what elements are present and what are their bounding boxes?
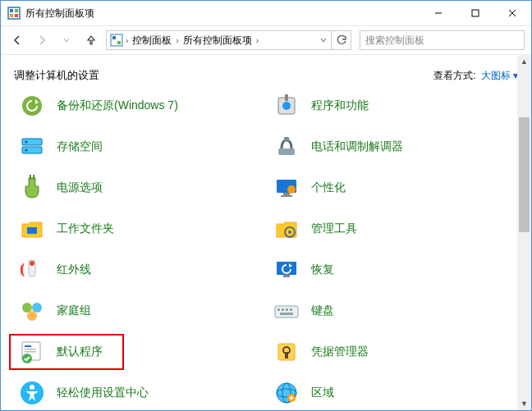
svg-point-14 <box>282 102 291 110</box>
back-button[interactable] <box>7 30 27 50</box>
view-by-dropdown[interactable]: 大图标 ▾ <box>481 69 518 83</box>
svg-rect-6 <box>472 10 479 16</box>
breadcrumb[interactable]: › 控制面板 › 所有控制面板项 › <box>106 30 332 50</box>
svg-rect-43 <box>280 313 293 315</box>
control-panel-item-label: 恢复 <box>311 263 334 277</box>
control-panel-item-label: 默认程序 <box>57 345 103 359</box>
control-panel-item[interactable]: 程序和功能 <box>268 91 523 121</box>
svg-rect-38 <box>275 306 298 317</box>
svg-rect-15 <box>285 94 288 101</box>
control-panel-item-label: 管理工具 <box>311 221 357 236</box>
scroll-track[interactable] <box>517 68 531 396</box>
homegroup-icon <box>17 296 47 326</box>
svg-rect-20 <box>278 148 295 155</box>
view-by: 查看方式: 大图标 ▾ <box>433 69 518 83</box>
control-panel-item[interactable]: 红外线 <box>14 255 268 285</box>
programs-features-icon <box>272 91 301 121</box>
svg-point-36 <box>32 303 42 313</box>
svg-rect-45 <box>25 345 31 347</box>
backup-restore-icon <box>17 91 47 121</box>
svg-point-12 <box>22 96 42 116</box>
svg-rect-22 <box>30 175 31 180</box>
control-panel-item[interactable]: 键盘 <box>268 296 523 326</box>
recent-locations-button[interactable] <box>57 30 76 50</box>
svg-rect-39 <box>277 308 280 311</box>
items-grid: 备份和还原(Windows 7)程序和功能存储空间电话和调制解调器电源选项个性化… <box>14 91 523 408</box>
svg-point-18 <box>25 141 28 144</box>
items-area: 备份和还原(Windows 7)程序和功能存储空间电话和调制解调器电源选项个性化… <box>1 91 531 411</box>
svg-point-30 <box>288 231 291 234</box>
control-panel-icon <box>7 7 21 20</box>
svg-rect-40 <box>282 308 284 311</box>
keyboard-icon <box>272 296 301 326</box>
control-panel-item[interactable]: 个性化 <box>268 173 523 203</box>
control-panel-item-label: 家庭组 <box>57 304 91 318</box>
svg-rect-10 <box>112 36 116 39</box>
control-panel-item[interactable]: 管理工具 <box>268 214 523 244</box>
minimize-button[interactable] <box>420 1 456 25</box>
window-title: 所有控制面板项 <box>25 7 94 21</box>
svg-rect-47 <box>25 351 36 353</box>
control-panel-item-label: 轻松使用设置中心 <box>57 386 149 400</box>
svg-rect-23 <box>33 175 34 180</box>
svg-point-37 <box>27 311 37 321</box>
control-panel-item-label: 电话和调制解调器 <box>311 139 403 154</box>
control-panel-item-label: 备份和还原(Windows 7) <box>57 98 178 113</box>
power-options-icon <box>17 173 47 203</box>
control-panel-item[interactable]: 家庭组 <box>14 296 268 326</box>
up-button[interactable] <box>81 30 101 50</box>
chevron-down-icon[interactable] <box>319 36 328 44</box>
close-button[interactable] <box>493 1 531 25</box>
svg-rect-11 <box>117 41 121 44</box>
control-panel-item-label: 工作文件夹 <box>57 221 114 236</box>
default-programs-icon <box>17 337 47 367</box>
control-panel-item[interactable]: 恢复 <box>268 255 523 285</box>
control-panel-item-label: 程序和功能 <box>311 98 369 113</box>
content-header: 调整计算机的设置 查看方式: 大图标 ▾ <box>1 55 531 91</box>
svg-rect-1 <box>10 9 13 12</box>
region-icon <box>272 378 301 408</box>
control-panel-item-label: 键盘 <box>311 304 334 318</box>
chevron-right-icon: › <box>256 36 259 45</box>
ease-of-access-icon <box>17 378 47 408</box>
control-panel-item[interactable]: 电源选项 <box>14 173 268 203</box>
view-by-value: 大图标 <box>481 70 511 81</box>
control-panel-small-icon <box>110 34 123 47</box>
search-placeholder: 搜索控制面板 <box>365 34 424 48</box>
control-panel-item-label: 存储空间 <box>57 139 103 154</box>
scroll-thumb[interactable] <box>519 117 530 232</box>
breadcrumb-seg-2[interactable]: 所有控制面板项 <box>181 34 254 48</box>
recovery-icon <box>272 255 301 285</box>
svg-rect-3 <box>10 14 13 17</box>
chevron-right-icon: › <box>126 36 128 45</box>
page-title: 调整计算机的设置 <box>14 68 99 83</box>
vertical-scrollbar[interactable]: ▲ ▼ <box>517 54 531 410</box>
infrared-icon <box>17 255 47 285</box>
control-panel-item[interactable]: 电话和调制解调器 <box>268 132 523 162</box>
refresh-button[interactable] <box>332 30 351 50</box>
search-input[interactable]: 搜索控制面板 <box>360 30 525 50</box>
control-panel-item[interactable]: 存储空间 <box>14 132 268 162</box>
admin-tools-icon <box>272 214 301 244</box>
control-panel-item[interactable]: 轻松使用设置中心 <box>14 378 268 408</box>
window-controls <box>420 1 531 25</box>
breadcrumb-seg-1[interactable]: 控制面板 <box>131 34 173 48</box>
svg-rect-28 <box>27 227 37 234</box>
control-panel-item[interactable]: 默认程序 <box>14 337 268 367</box>
scroll-down-button[interactable]: ▼ <box>517 396 531 410</box>
svg-rect-41 <box>286 308 288 311</box>
control-panel-item[interactable]: 区域 <box>268 378 523 408</box>
control-panel-item[interactable]: 工作文件夹 <box>14 214 268 244</box>
control-panel-item-label: 区域 <box>311 386 334 400</box>
credential-manager-icon <box>272 337 301 367</box>
svg-point-19 <box>25 149 28 152</box>
forward-button[interactable] <box>32 30 52 50</box>
nav-bar: › 控制面板 › 所有控制面板项 › 搜索控制面板 <box>1 25 531 55</box>
control-panel-item[interactable]: 凭据管理器 <box>268 337 523 367</box>
control-panel-item[interactable]: 备份和还原(Windows 7) <box>14 91 268 121</box>
maximize-button[interactable] <box>456 1 493 25</box>
chevron-right-icon: › <box>176 36 178 45</box>
scroll-up-button[interactable]: ▲ <box>517 54 531 68</box>
view-by-label: 查看方式: <box>433 69 475 83</box>
title-bar: 所有控制面板项 <box>1 1 531 25</box>
